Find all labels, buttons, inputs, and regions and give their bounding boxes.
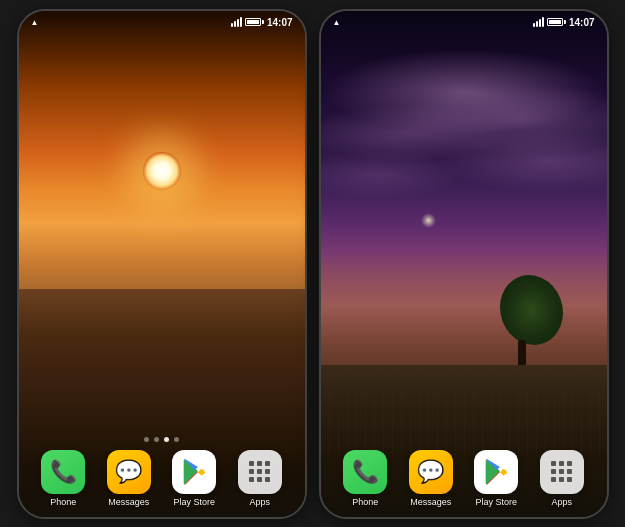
dock-item-apps-right[interactable]: Apps xyxy=(534,450,590,507)
dock-icons-right: Phone Messages Play Sto xyxy=(321,450,607,507)
grid-dot-r2 xyxy=(559,461,564,466)
grid-dot-r7 xyxy=(551,477,556,482)
wallpaper-right xyxy=(321,11,607,517)
grid-dot-2 xyxy=(257,461,262,466)
dock-item-messages-right[interactable]: Messages xyxy=(403,450,459,507)
status-bar-left: ▲ 14:07 xyxy=(19,11,305,32)
battery-icon xyxy=(245,18,264,26)
status-time-right: 14:07 xyxy=(569,17,595,28)
grid-dot-6 xyxy=(265,469,270,474)
grid-dot-7 xyxy=(249,477,254,482)
messages-icon-right[interactable] xyxy=(409,450,453,494)
phone-icon-right[interactable] xyxy=(343,450,387,494)
signal-icon-right xyxy=(533,17,544,27)
grid-dot-5 xyxy=(257,469,262,474)
dock-icons-left: Phone Messages Play Sto xyxy=(19,450,305,507)
apps-grid-right xyxy=(551,461,573,482)
apps-icon-right[interactable] xyxy=(540,450,584,494)
page-dot-1 xyxy=(144,437,149,442)
network-icon: ▲ xyxy=(31,18,39,27)
playstore-svg-left xyxy=(181,459,207,485)
grid-dot-r8 xyxy=(559,477,564,482)
playstore-label-right: Play Store xyxy=(475,497,517,507)
network-icon-right: ▲ xyxy=(333,18,341,27)
night-glow xyxy=(421,213,436,228)
apps-icon-left[interactable] xyxy=(238,450,282,494)
phone-right: ▲ 14:07 xyxy=(319,9,609,519)
night-clouds xyxy=(321,36,607,314)
dock-left: Phone Messages Play Sto xyxy=(19,437,305,517)
messages-label-right: Messages xyxy=(410,497,451,507)
grid-dot-r1 xyxy=(551,461,556,466)
phone-icon-left[interactable] xyxy=(41,450,85,494)
grid-dot-1 xyxy=(249,461,254,466)
dock-item-playstore-left[interactable]: Play Store xyxy=(166,450,222,507)
phone-left-screen: ▲ 14:07 xyxy=(19,11,305,517)
dock-item-playstore-right[interactable]: Play Store xyxy=(468,450,524,507)
signal-icon xyxy=(231,17,242,27)
status-right-right-icons: 14:07 xyxy=(533,17,595,28)
playstore-svg-right xyxy=(483,459,509,485)
playstore-label-left: Play Store xyxy=(173,497,215,507)
grid-dot-3 xyxy=(265,461,270,466)
apps-grid-left xyxy=(249,461,271,482)
phone-label-right: Phone xyxy=(352,497,378,507)
grid-dot-4 xyxy=(249,469,254,474)
page-dot-2 xyxy=(154,437,159,442)
status-right-icons: 14:07 xyxy=(231,17,293,28)
grid-dot-r9 xyxy=(567,477,572,482)
phone-label-left: Phone xyxy=(50,497,76,507)
messages-label-left: Messages xyxy=(108,497,149,507)
apps-label-right: Apps xyxy=(551,497,572,507)
status-bar-right: ▲ 14:07 xyxy=(321,11,607,32)
grid-dot-9 xyxy=(265,477,270,482)
phone-right-screen: ▲ 14:07 xyxy=(321,11,607,517)
dock-item-messages-left[interactable]: Messages xyxy=(101,450,157,507)
apps-label-left: Apps xyxy=(249,497,270,507)
status-time-left: 14:07 xyxy=(267,17,293,28)
page-dot-3 xyxy=(164,437,169,442)
night-tree xyxy=(482,275,572,375)
playstore-icon-left[interactable] xyxy=(172,450,216,494)
grid-dot-8 xyxy=(257,477,262,482)
page-dot-4 xyxy=(174,437,179,442)
grid-dot-r3 xyxy=(567,461,572,466)
dock-item-phone-left[interactable]: Phone xyxy=(35,450,91,507)
dock-right: Phone Messages Play Sto xyxy=(321,450,607,517)
dock-item-apps-left[interactable]: Apps xyxy=(232,450,288,507)
grid-dot-r4 xyxy=(551,469,556,474)
messages-icon-left[interactable] xyxy=(107,450,151,494)
status-left-icons: ▲ xyxy=(31,18,39,27)
phone-left: ▲ 14:07 xyxy=(17,9,307,519)
playstore-icon-right[interactable] xyxy=(474,450,518,494)
grid-dot-r6 xyxy=(567,469,572,474)
battery-icon-right xyxy=(547,18,566,26)
dock-item-phone-right[interactable]: Phone xyxy=(337,450,393,507)
status-right-left-icons: ▲ xyxy=(333,18,341,27)
page-indicators-left xyxy=(19,437,305,442)
grid-dot-r5 xyxy=(559,469,564,474)
